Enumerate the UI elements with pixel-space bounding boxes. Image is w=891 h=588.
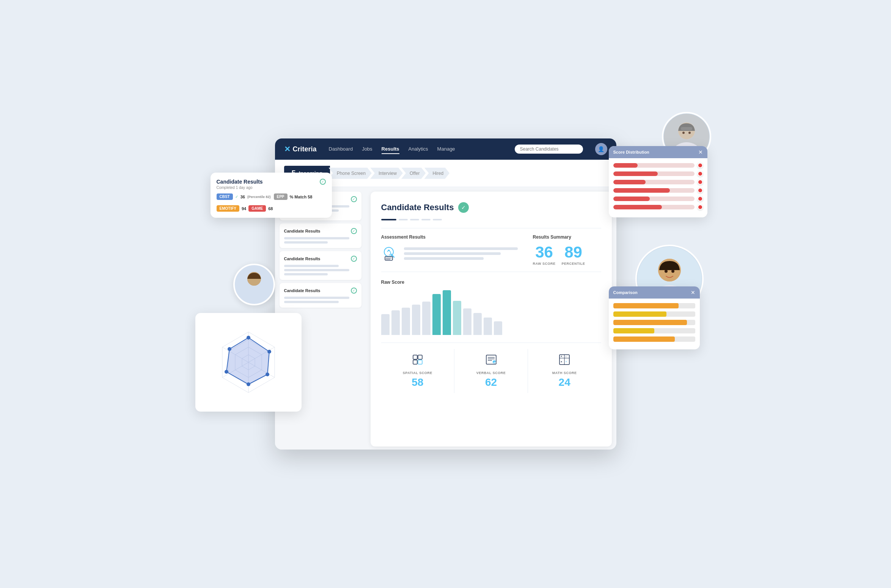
bar-h-fill [613, 336, 675, 342]
nav-manage[interactable]: Manage [437, 145, 455, 154]
svg-point-24 [244, 288, 265, 302]
card-line [284, 273, 328, 275]
check-icon-2: ✓ [351, 228, 357, 234]
card-line [284, 301, 339, 303]
bar-h-row-4 [613, 328, 695, 333]
bar-h-track [613, 336, 695, 342]
fc-header: Candidate Results Completed 1 day ago ✓ [217, 179, 326, 190]
tab-ind-4[interactable] [421, 219, 431, 220]
svg-point-52 [671, 270, 674, 273]
svg-point-38 [225, 370, 228, 374]
check-icon-4: ✓ [351, 288, 357, 294]
svg-point-36 [266, 373, 269, 376]
panel-close-bottom[interactable]: ✕ [691, 289, 695, 296]
candidate-card-4[interactable]: Candidate Results ✓ [280, 283, 361, 308]
bar-12 [494, 321, 502, 335]
logo-text: Criteria [293, 145, 317, 153]
nav-results[interactable]: Results [382, 145, 399, 154]
bar-1 [381, 314, 390, 335]
nav-jobs[interactable]: Jobs [362, 145, 372, 154]
panel-close-top[interactable]: ✕ [698, 149, 703, 155]
math-detail: + - × ÷ MATH SCORE 24 [528, 349, 601, 393]
search-input[interactable] [515, 145, 583, 154]
score-bar-row-5 [613, 196, 703, 201]
svg-text:ab: ab [493, 361, 496, 363]
assess-line [404, 252, 501, 255]
math-label: MATH SCORE [533, 371, 597, 375]
bar-h-track [613, 303, 695, 308]
tab-ind-3[interactable] [410, 219, 419, 220]
nav-dashboard[interactable]: Dashboard [329, 145, 353, 154]
bar-10 [473, 313, 482, 335]
fc-title: Candidate Results [217, 179, 263, 185]
tab-ind-1[interactable] [381, 219, 396, 220]
cbst-badge: CBST [217, 193, 233, 200]
verbal-icon: ab [459, 354, 523, 368]
cbst-row: CBST ✓ 36 (Percentile 82) [217, 193, 271, 200]
math-value: 24 [533, 376, 597, 388]
cbst-check: ✓ [235, 195, 238, 199]
panel-header-bottom: Comparison ✕ [609, 286, 700, 299]
score-dot [698, 196, 703, 201]
panel-title-bottom: Comparison [613, 290, 638, 295]
percentile-value: 89 [562, 244, 585, 260]
panel-title-top: Score Distribution [613, 150, 649, 154]
verbal-detail: ab VERBAL SCORE 62 [454, 349, 528, 393]
panel-content-bottom [609, 299, 700, 349]
score-bar-track [613, 188, 695, 193]
candidate-card-3[interactable]: Candidate Results ✓ [280, 251, 361, 280]
tab-ind-2[interactable] [399, 219, 408, 220]
nav-analytics[interactable]: Analytics [409, 145, 428, 154]
svg-text:÷: ÷ [566, 360, 567, 363]
emotify-value: 94 [242, 206, 246, 211]
score-bar-track [613, 205, 695, 209]
summary-label: Results Summary [533, 234, 601, 240]
bar-h-track [613, 328, 695, 333]
score-bar-row-4 [613, 188, 703, 193]
bar-chart [381, 289, 601, 335]
results-panel: Candidate Results ✓ Assessment Results [371, 192, 612, 447]
pipeline-hired[interactable]: Hired [424, 168, 449, 179]
bar-h-row-5 [613, 336, 695, 342]
bar-h-fill [613, 320, 687, 325]
score-display: 36 RAW SCORE 89 PERCENTILE [533, 244, 601, 266]
raw-score-value: 36 [533, 244, 556, 260]
nav-bar: ✕ Criteria Dashboard Jobs Results Analyt… [275, 138, 616, 160]
bar-h-row-3 [613, 320, 695, 325]
spatial-detail: SPATIAL SCORE 58 [381, 349, 455, 393]
bar-5 [422, 302, 431, 335]
bar-h-fill [613, 303, 679, 308]
nav-logo: ✕ Criteria [284, 145, 317, 154]
candidate-card-2[interactable]: Candidate Results ✓ [280, 223, 361, 248]
card-title-2: Candidate Results [284, 229, 321, 233]
math-icon: + - × ÷ [533, 354, 597, 368]
fc-badges: CBST ✓ 36 (Percentile 82) EPP % Match 58… [217, 193, 326, 212]
epp-value: % Match 58 [290, 195, 313, 199]
scene: ✕ Criteria Dashboard Jobs Results Analyt… [218, 123, 673, 465]
assessment-section: Assessment Results [381, 234, 518, 263]
svg-point-39 [228, 347, 231, 351]
pipeline-phone-screen[interactable]: Phone Screen [328, 168, 372, 179]
svg-point-35 [267, 350, 271, 354]
svg-rect-46 [681, 127, 692, 130]
score-bar-row-6 [613, 204, 703, 210]
fc-subtitle: Completed 1 day ago [217, 186, 263, 190]
svg-rect-8 [413, 360, 417, 364]
pipeline-interview[interactable]: Interview [370, 168, 403, 179]
bar-h-track [613, 320, 695, 325]
divider-2 [381, 272, 601, 272]
pipeline-offer[interactable]: Offer [401, 168, 426, 179]
content-area: Candidate Results ✓ Candidate Results ✓ [275, 187, 616, 450]
percentile-label: PERCENTILE [562, 262, 585, 266]
card-line [284, 237, 350, 239]
score-dot [698, 171, 703, 176]
svg-point-37 [247, 382, 250, 386]
score-bar-track [613, 163, 695, 168]
panel-header-top: Score Distribution ✕ [609, 146, 707, 158]
tab-ind-5[interactable] [433, 219, 442, 220]
verbal-label: VERBAL SCORE [459, 371, 523, 375]
svg-marker-33 [226, 338, 269, 384]
bar-2 [391, 310, 400, 335]
score-bar-fill [613, 188, 670, 193]
svg-point-1 [388, 250, 390, 251]
